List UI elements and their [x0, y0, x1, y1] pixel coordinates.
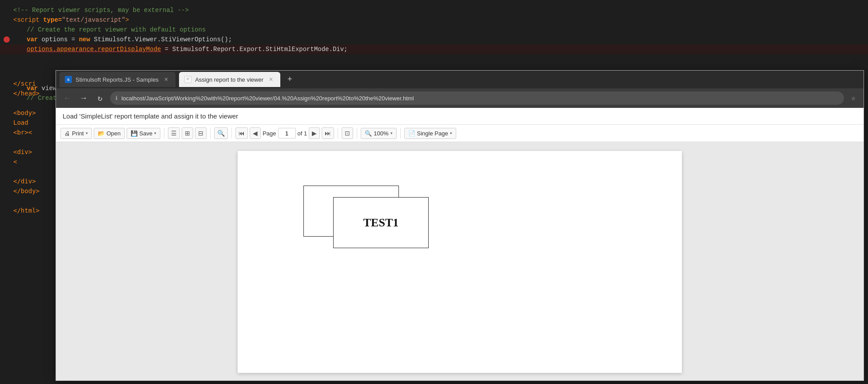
- separator-5: [357, 128, 357, 139]
- layout-icon: 📄: [408, 130, 415, 137]
- zoom-button[interactable]: 🔍 100% ▾: [361, 128, 396, 139]
- back-button[interactable]: ←: [61, 92, 73, 104]
- separator-6: [400, 128, 401, 139]
- svg-rect-2: [186, 77, 190, 82]
- code-line-5: options.appearance.reportDisplayMode = S…: [0, 44, 868, 54]
- browser-content: Load 'SimpleList' report template and as…: [56, 108, 864, 380]
- separator-1: [164, 128, 164, 139]
- browser-toolbar: ← → ↻ ℹ localhost/JavaScript/Working%20w…: [56, 88, 864, 108]
- page-navigation: ⏮ ◀ Page of 1 ▶ ⏭: [235, 127, 334, 139]
- separator-2: [210, 128, 211, 139]
- code-line-1: <!-- Report viewer scripts, may be exter…: [0, 5, 868, 15]
- print-icon: 🖨: [64, 130, 70, 137]
- save-icon: 💾: [131, 130, 138, 137]
- code-line-4: var options = new Stimulsoft.Viewer.StiV…: [0, 35, 868, 44]
- print-dropdown-arrow: ▾: [86, 131, 88, 135]
- zoom-icon: 🔍: [365, 130, 372, 137]
- separator-4: [338, 128, 338, 139]
- stimulsoft-favicon: S: [65, 76, 72, 83]
- tab-stimulsoft[interactable]: S Stimulsoft Reports.JS - Samples ✕: [60, 72, 175, 87]
- layout-book-icon-btn[interactable]: ⊟: [195, 127, 207, 139]
- report-box-inner: TEST1: [333, 197, 429, 248]
- tab-assign-close[interactable]: ✕: [267, 75, 275, 83]
- breakpoint-marker: [4, 36, 10, 43]
- svg-text:S: S: [67, 78, 70, 82]
- star-icon[interactable]: ☆: [848, 92, 858, 104]
- url-text: localhost/JavaScript/Working%20with%20re…: [121, 95, 414, 102]
- code-line-2: <script type="text/javascript">: [0, 15, 868, 25]
- last-page-button[interactable]: ⏭: [322, 127, 334, 139]
- page-header: Load 'SimpleList' report template and as…: [56, 108, 864, 125]
- thumbnail-button[interactable]: ⊡: [342, 127, 353, 139]
- tab-stimulsoft-label: Stimulsoft Reports.JS - Samples: [76, 76, 159, 83]
- tab-assign[interactable]: Assign report to the viewer ✕: [179, 72, 280, 87]
- report-text-inner: TEST1: [363, 216, 399, 230]
- layout-button[interactable]: 📄 Single Page ▾: [404, 128, 456, 139]
- tab-assign-label: Assign report to the viewer: [195, 76, 263, 83]
- print-button[interactable]: 🖨 Print ▾: [60, 128, 92, 139]
- browser-actions: ☆: [848, 92, 858, 104]
- next-page-button[interactable]: ▶: [309, 127, 320, 139]
- address-bar[interactable]: ℹ localhost/JavaScript/Working%20with%20…: [110, 91, 844, 105]
- viewer-toolbar: 🖨 Print ▾ 📂 Open 💾 Save ▾ ☰ ⊞ ⊟ 🔍: [56, 125, 864, 142]
- report-page: TEST1 TEST1: [238, 151, 682, 373]
- page-number-input[interactable]: [278, 128, 296, 139]
- print-label: Print: [72, 130, 84, 137]
- save-button[interactable]: 💾 Save ▾: [127, 128, 161, 139]
- page-favicon: [184, 76, 191, 83]
- layout-label: Single Page: [417, 130, 448, 137]
- zoom-label: 100%: [374, 130, 388, 137]
- bottom-code: </scri </head> <body> Load <br>< <div> <…: [13, 79, 40, 215]
- layout-grid-icon-btn[interactable]: ⊞: [182, 127, 193, 139]
- layout-single-icon-btn[interactable]: ☰: [168, 127, 180, 139]
- layout-dropdown-arrow: ▾: [450, 131, 452, 135]
- browser-titlebar: S Stimulsoft Reports.JS - Samples ✕ Assi…: [56, 71, 864, 88]
- new-tab-button[interactable]: +: [284, 73, 296, 86]
- open-icon: 📂: [98, 130, 105, 137]
- open-label: Open: [107, 130, 121, 137]
- page-of-label: of 1: [298, 130, 307, 137]
- page-title: Load 'SimpleList' report template and as…: [63, 112, 238, 120]
- reload-button[interactable]: ↻: [94, 91, 106, 105]
- find-button[interactable]: 🔍: [214, 127, 228, 139]
- separator-3: [231, 128, 232, 139]
- page-label: Page: [263, 130, 276, 137]
- code-line-3: // Create the report viewer with default…: [0, 25, 868, 35]
- open-button[interactable]: 📂 Open: [94, 128, 125, 139]
- browser-window: S Stimulsoft Reports.JS - Samples ✕ Assi…: [56, 70, 864, 381]
- report-content: TEST1 TEST1: [56, 142, 864, 380]
- zoom-dropdown-arrow: ▾: [390, 131, 393, 135]
- security-icon: ℹ: [115, 95, 118, 102]
- save-label: Save: [139, 130, 153, 137]
- tab-stimulsoft-close[interactable]: ✕: [162, 75, 170, 83]
- report-body: TEST1 TEST1: [238, 151, 682, 373]
- first-page-button[interactable]: ⏮: [235, 127, 248, 139]
- save-dropdown-arrow: ▾: [154, 131, 156, 135]
- prev-page-button[interactable]: ◀: [250, 127, 261, 139]
- forward-button[interactable]: →: [78, 92, 90, 104]
